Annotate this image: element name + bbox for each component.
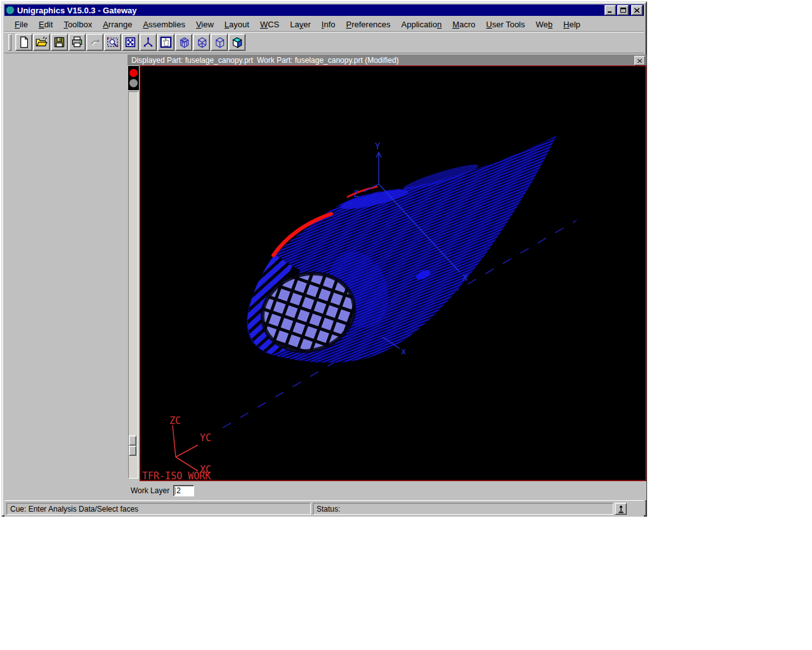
pan-view-icon [160,36,172,48]
work-layer-label: Work Layer [131,486,169,495]
menu-item-macro[interactable]: Macro [452,20,475,29]
status-bar: Cue: Enter Analysis Data/Select faces St… [4,500,644,517]
scrollbar-thumb[interactable] [129,446,136,456]
scrollbar-thumb[interactable] [129,435,136,446]
open-folder-button[interactable] [33,34,50,51]
work-layer-value: 2 [176,486,181,495]
new-document-button[interactable] [15,34,32,51]
toolbar-grip[interactable] [8,34,11,51]
window-title: Unigraphics V15.0.3 - Gateway [17,6,137,15]
graphics-side-strip [128,65,140,480]
menu-item-wcs[interactable]: WCS [260,20,279,29]
app-logo-icon [6,6,15,15]
status-text: Status: [317,505,340,514]
menu-item-view[interactable]: View [196,20,214,29]
stoplight-red-icon [129,69,138,77]
menu-item-preferences[interactable]: Preferences [346,20,390,29]
rotate-view-icon [178,36,190,48]
view-name-label: TFR-ISO WORK [142,470,211,481]
wcs-label-zc: ZC [169,415,181,427]
menu-item-layer[interactable]: Layer [290,20,311,29]
print-button[interactable] [69,34,86,51]
menu-item-web[interactable]: Web [536,20,553,29]
viewport-canvas[interactable]: Y Z X x ZC YC [140,65,646,481]
interrupt-stoplight[interactable] [128,66,139,90]
open-folder-icon [36,36,48,48]
displayed-part-label: Displayed Part: fuselage_canopy.prt [131,56,253,65]
axis-label-z: Z [353,189,358,199]
axis-label-x: X [462,272,468,282]
hidden-edges-view-button[interactable] [211,34,228,51]
save-icon [53,36,65,48]
menu-item-application[interactable]: Application [402,20,442,29]
wcs-label-yc: YC [200,432,211,444]
toolbar [4,32,644,53]
axis-label-y: Y [375,141,381,151]
status-field: Status: [313,503,613,515]
shaded-view-icon [231,36,243,48]
menu-item-arrange[interactable]: Arrange [103,20,132,29]
cue-field: Cue: Enter Analysis Data/Select faces [6,503,311,515]
interrupt-arrow-icon [617,505,625,514]
new-document-icon [18,36,30,48]
content-area: Displayed Part: fuselage_canopy.prt Work… [4,53,644,500]
interrupt-button[interactable] [615,503,627,515]
undo-button [86,34,103,51]
work-layer-row: Work Layer 2 [128,481,646,500]
menu-bar: FileEditToolboxArrangeAssembliesViewLayo… [4,17,644,32]
axis-label-x2: x [401,346,406,356]
menu-item-layout[interactable]: Layout [225,20,249,29]
menu-item-user-tools[interactable]: User Tools [486,20,525,29]
stoplight-gray-icon [129,79,138,88]
rotate-view-button[interactable] [175,34,192,51]
text-caret [175,488,176,494]
menu-item-help[interactable]: Help [563,20,580,29]
fit-view-icon [124,36,136,48]
shaded-view-button[interactable] [228,34,246,51]
menu-item-file[interactable]: File [15,20,28,29]
title-bar[interactable]: Unigraphics V15.0.3 - Gateway [4,4,644,16]
fuselage-canopy-model: Y Z X x ZC YC [140,65,646,481]
unigraphics-window: Unigraphics V15.0.3 - Gateway FileEditTo… [1,1,647,517]
minimize-button[interactable] [605,5,616,15]
close-button[interactable] [631,5,643,15]
wireframe-view-button[interactable] [193,34,210,51]
work-layer-input[interactable]: 2 [173,485,194,496]
pan-view-button[interactable] [157,34,174,51]
fit-view-button[interactable] [122,34,139,51]
undo-icon [89,36,101,48]
hidden-edges-view-icon [213,36,225,48]
graphics-window-header[interactable]: Displayed Part: fuselage_canopy.prt Work… [128,55,646,65]
menu-item-edit[interactable]: Edit [39,20,53,29]
print-icon [71,36,83,48]
menu-item-assemblies[interactable]: Assemblies [143,20,185,29]
graphics-window: Displayed Part: fuselage_canopy.prt Work… [128,55,646,500]
maximize-button[interactable] [617,5,629,15]
save-button[interactable] [51,34,68,51]
menu-item-info[interactable]: Info [322,20,336,29]
csys-button[interactable] [140,34,157,51]
zoom-view-icon [107,36,119,48]
wireframe-view-icon [195,36,207,48]
cue-text: Cue: Enter Analysis Data/Select faces [10,505,138,514]
menu-item-toolbox[interactable]: Toolbox [63,20,92,29]
graphics-close-icon[interactable] [634,56,645,65]
viewport-vertical-scrollbar[interactable] [128,91,138,479]
csys-icon [142,36,154,48]
desktop: Unigraphics V15.0.3 - Gateway FileEditTo… [0,0,812,650]
work-part-label: Work Part: fuselage_canopy.prt (Modified… [257,56,399,65]
zoom-view-button[interactable] [104,34,121,51]
